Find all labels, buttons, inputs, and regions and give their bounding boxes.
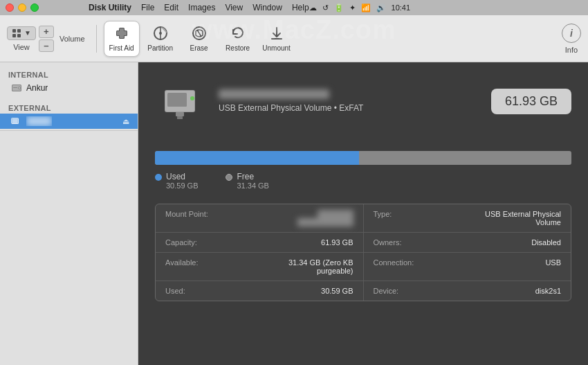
- device-label: Device:: [364, 281, 468, 301]
- internal-disk-label: Ankur: [26, 83, 48, 93]
- cloud-icon: ☁: [309, 3, 317, 12]
- internal-section-header: Internal: [0, 68, 138, 80]
- app-container: ▼ View + – Volume First Aid: [0, 15, 588, 365]
- sync-icon: ↺: [322, 3, 329, 12]
- unmount-label: Unmount: [262, 44, 291, 52]
- external-disk-icon: [11, 116, 22, 127]
- used-info: Used 30.59 GB: [166, 172, 198, 190]
- usage-section: Used 30.59 GB Free 31.34 GB: [155, 151, 571, 190]
- svg-rect-3: [17, 34, 21, 37]
- erase-icon: [191, 25, 208, 42]
- partition-label: Partition: [147, 44, 173, 52]
- restore-button[interactable]: Restore: [220, 21, 256, 57]
- drive-info: USB External Physical Volume • ExFAT: [219, 89, 477, 113]
- toolbar-separator-1: [96, 25, 97, 53]
- menu-window[interactable]: Window: [252, 3, 282, 12]
- unmount-button[interactable]: Unmount: [259, 21, 295, 57]
- drive-header: USB External Physical Volume • ExFAT 61.…: [155, 76, 571, 137]
- mount-point-value: /Volumes/██████████: [259, 204, 363, 232]
- traffic-lights: [6, 3, 89, 12]
- available-value: 31.34 GB (Zero KB purgeable): [259, 253, 363, 281]
- svg-point-10: [159, 32, 162, 35]
- maximize-button[interactable]: [30, 3, 39, 12]
- free-dot: [226, 174, 232, 181]
- owners-label: Owners:: [364, 233, 468, 252]
- info-row-1: Mount Point: /Volumes/██████████ Type: U…: [156, 204, 571, 233]
- svg-point-15: [19, 87, 20, 89]
- used-label-name: Used: [166, 172, 198, 181]
- first-aid-label: First Aid: [109, 44, 134, 52]
- owners-value: Disabled: [467, 233, 571, 252]
- sidebar-divider: [0, 130, 138, 131]
- partition-icon: [152, 25, 169, 42]
- usage-bar-track: [155, 151, 571, 165]
- wifi-icon: 📶: [361, 3, 371, 12]
- type-label: Type:: [364, 204, 468, 232]
- sidebar-item-external-disk[interactable]: ⏏: [0, 114, 138, 129]
- used-data-value: 30.59 GB: [259, 281, 363, 301]
- menu-view[interactable]: View: [225, 3, 243, 12]
- free-label-val: 31.34 GB: [237, 181, 268, 190]
- erase-button[interactable]: Erase: [181, 21, 217, 57]
- info-label: Info: [565, 46, 578, 54]
- info-row-2: Capacity: 61.93 GB Owners: Disabled: [156, 233, 571, 253]
- erase-label: Erase: [190, 44, 208, 52]
- type-value: USB External Physical Volume: [467, 204, 571, 232]
- menu-app[interactable]: Disk Utility: [89, 3, 131, 12]
- minimize-button[interactable]: [18, 3, 26, 12]
- clock: 10:41: [392, 3, 411, 12]
- info-row-3: Available: 31.34 GB (Zero KB purgeable) …: [156, 253, 571, 281]
- free-info: Free 31.34 GB: [237, 172, 268, 190]
- info-button[interactable]: i: [562, 24, 581, 43]
- svg-rect-24: [177, 116, 183, 119]
- eject-button[interactable]: ⏏: [122, 117, 129, 126]
- close-button[interactable]: [6, 3, 14, 12]
- partition-button[interactable]: Partition: [143, 21, 178, 57]
- unmount-icon: [268, 25, 285, 42]
- svg-rect-23: [176, 112, 184, 116]
- info-row-4: Used: 30.59 GB Device: disk2s1: [156, 281, 571, 301]
- restore-icon: [230, 25, 246, 42]
- svg-rect-0: [12, 29, 16, 33]
- remove-button[interactable]: –: [39, 39, 54, 52]
- used-dot: [155, 174, 162, 181]
- capacity-value: 61.93 GB: [259, 233, 363, 252]
- volume-icon: 🔊: [376, 3, 386, 12]
- volume-section: Volume: [59, 35, 85, 43]
- mount-point-label: Mount Point:: [156, 204, 259, 232]
- info-table: Mount Point: /Volumes/██████████ Type: U…: [155, 204, 571, 301]
- menu-help[interactable]: Help: [292, 3, 309, 12]
- first-aid-button[interactable]: First Aid: [104, 21, 140, 57]
- svg-rect-22: [167, 93, 187, 107]
- usage-bar-fill: [155, 151, 359, 165]
- drive-icon: [156, 78, 203, 125]
- view-section: ▼ View: [7, 26, 36, 51]
- menu-edit[interactable]: Edit: [164, 3, 178, 12]
- drive-name: [219, 89, 329, 99]
- add-button[interactable]: +: [39, 26, 54, 38]
- free-label-name: Free: [237, 172, 268, 181]
- bluetooth-icon: ✦: [349, 3, 356, 12]
- drive-size-badge: 61.93 GB: [491, 89, 571, 114]
- content-area: USB External Physical Volume • ExFAT 61.…: [138, 62, 588, 365]
- available-label: Available:: [156, 253, 259, 281]
- used-data-label: Used:: [156, 281, 259, 301]
- view-dropdown[interactable]: ▼: [7, 26, 36, 40]
- volume-label: Volume: [59, 35, 85, 43]
- connection-value: USB: [467, 253, 571, 281]
- svg-rect-19: [12, 119, 17, 123]
- capacity-label: Capacity:: [156, 233, 259, 252]
- menu-images[interactable]: Images: [188, 3, 215, 12]
- usage-labels: Used 30.59 GB Free 31.34 GB: [155, 172, 571, 190]
- sidebar-item-internal-disk[interactable]: Ankur: [0, 80, 138, 96]
- menu-bar: Disk Utility File Edit Images View Windo…: [89, 3, 309, 12]
- device-value: disk2s1: [467, 281, 571, 301]
- internal-disk-icon: [11, 82, 22, 94]
- external-disk-label: [26, 116, 52, 126]
- add-remove-group: + –: [39, 26, 54, 52]
- menu-file[interactable]: File: [141, 3, 154, 12]
- sidebar: Internal Ankur External: [0, 62, 138, 365]
- svg-rect-7: [117, 31, 127, 35]
- used-label-item: Used 30.59 GB: [155, 172, 198, 190]
- free-label-item: Free 31.34 GB: [226, 172, 268, 190]
